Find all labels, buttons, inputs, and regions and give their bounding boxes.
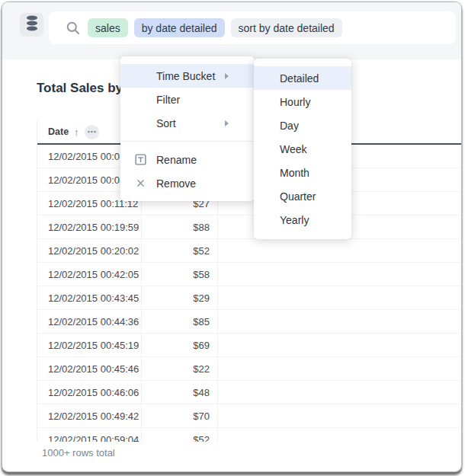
menu-item[interactable]: Time Bucket — [120, 64, 255, 88]
cell-amount: $52 — [142, 428, 218, 442]
search-token-label: sales — [95, 22, 120, 34]
column-header-date-label: Date — [48, 126, 69, 137]
submenu-item-label: Day — [280, 120, 299, 132]
rename-icon — [135, 154, 146, 165]
cell-date: 12/02/2015 00:19:59 — [37, 216, 142, 238]
search-token[interactable]: sales — [88, 18, 128, 37]
cell-amount: $70 — [142, 404, 218, 427]
cell-date: 12/02/2015 00:59:04 — [37, 428, 142, 442]
cell-empty — [218, 428, 461, 442]
page-title: Total Sales by — [37, 81, 123, 96]
cell-amount: $52 — [142, 239, 218, 262]
cell-date: 12/02/2015 00:42:05 — [37, 263, 142, 286]
cell-amount: $69 — [142, 334, 218, 356]
menu-item-label: Time Bucket — [156, 70, 215, 82]
cell-empty — [218, 263, 461, 286]
submenu-item-label: Detailed — [280, 72, 319, 85]
cell-date: 12/02/2015 00:45:19 — [37, 334, 142, 356]
submenu-item[interactable]: Day — [254, 113, 351, 137]
cell-date: 12/02/2015 00:45:46 — [37, 357, 142, 380]
cell-empty — [218, 404, 461, 427]
menu-item-icon — [134, 94, 146, 106]
menu-item-label: Rename — [156, 154, 197, 166]
submenu-item[interactable]: Detailed — [254, 66, 351, 90]
cell-amount: $85 — [142, 310, 218, 333]
ellipsis-icon — [88, 130, 96, 133]
top-bar: sales by date detailed sort by date deta… — [2, 2, 461, 59]
menu-divider — [120, 141, 255, 142]
table-row[interactable]: 12/02/2015 00:20:02 $52 — [37, 239, 461, 263]
cell-amount: $58 — [142, 263, 218, 286]
search-token[interactable]: sort by date detailed — [231, 18, 342, 37]
cell-empty — [218, 381, 461, 404]
table-row[interactable]: 12/02/2015 00:45:19 $69 — [37, 334, 461, 357]
row-count-label: 1000+ rows total — [42, 447, 115, 458]
database-icon — [25, 15, 39, 34]
search-input[interactable]: sales by date detailed sort by date deta… — [49, 11, 456, 44]
chevron-right-icon — [225, 73, 229, 79]
cell-date: 12/02/2015 00:43:45 — [37, 286, 142, 309]
menu-item[interactable]: Rename — [120, 148, 255, 171]
table-row[interactable]: 12/02/2015 00:59:04 $52 — [37, 428, 461, 442]
search-token-label: sort by date detailed — [239, 22, 335, 34]
menu-item-label: Filter — [156, 94, 180, 106]
column-context-menu: Time Bucket Filter Sort — [120, 56, 255, 201]
column-options-button[interactable] — [85, 125, 99, 139]
menu-item-label: Sort — [156, 117, 176, 129]
time-bucket-submenu: Detailed Hourly Day Week Month Quarter Y… — [254, 59, 351, 239]
cell-amount: $48 — [142, 381, 218, 404]
table-row[interactable]: 12/02/2015 00:42:05 $58 — [37, 263, 461, 286]
submenu-item-label: Yearly — [280, 214, 309, 226]
sort-ascending-icon: ↑ — [74, 127, 79, 137]
cell-date: 12/02/2015 00:46:06 — [37, 381, 142, 404]
chevron-right-icon — [225, 120, 229, 126]
table-row[interactable]: 12/02/2015 00:45:46 $22 — [37, 357, 461, 381]
cell-date: 12/02/2015 00:20:02 — [37, 239, 142, 262]
submenu-item[interactable]: Week — [254, 137, 351, 161]
cell-empty — [218, 357, 461, 380]
menu-item-icon — [134, 70, 146, 82]
submenu-item-label: Month — [280, 167, 309, 179]
menu-item[interactable]: Sort — [120, 111, 255, 135]
database-button[interactable] — [20, 13, 43, 37]
cell-date: 12/02/2015 00:49:42 — [37, 404, 142, 427]
cell-amount: $29 — [142, 286, 218, 309]
table-row[interactable]: 12/02/2015 00:46:06 $48 — [37, 381, 461, 404]
submenu-item[interactable]: Quarter — [254, 184, 351, 208]
search-token[interactable]: by date detailed — [134, 18, 225, 37]
submenu-item[interactable]: Yearly — [254, 208, 351, 232]
submenu-item-label: Week — [280, 143, 307, 155]
cell-empty — [218, 286, 461, 309]
submenu-item-label: Hourly — [280, 96, 310, 108]
menu-item-icon — [134, 154, 146, 166]
table-row[interactable]: 12/02/2015 00:49:42 $70 — [37, 404, 461, 428]
menu-item[interactable]: Remove — [120, 171, 255, 195]
cell-empty — [218, 334, 461, 356]
app-window: sales by date detailed sort by date deta… — [2, 2, 462, 472]
cell-empty — [218, 239, 461, 262]
submenu-item[interactable]: Hourly — [254, 90, 351, 113]
search-icon — [66, 21, 81, 36]
search-token-label: by date detailed — [142, 22, 217, 34]
remove-icon — [136, 178, 146, 188]
table-row[interactable]: 12/02/2015 00:43:45 $29 — [37, 286, 461, 310]
menu-item-icon — [134, 177, 146, 190]
menu-item[interactable]: Filter — [120, 88, 255, 111]
submenu-item[interactable]: Month — [254, 161, 351, 184]
screenshot-stage: sales by date detailed sort by date deta… — [0, 0, 465, 476]
cell-amount: $22 — [142, 357, 218, 380]
cell-date: 12/02/2015 00:44:36 — [37, 310, 142, 333]
menu-section-top: Time Bucket Filter Sort — [120, 64, 255, 135]
submenu-item-label: Quarter — [280, 190, 316, 203]
menu-item-icon — [134, 117, 146, 129]
table-row[interactable]: 12/02/2015 00:19:59 $88 — [37, 216, 461, 239]
menu-section-bottom: Rename Remove — [120, 148, 255, 195]
cell-amount: $88 — [142, 216, 218, 238]
table-row[interactable]: 12/02/2015 00:44:36 $85 — [37, 310, 461, 334]
cell-empty — [218, 310, 461, 333]
menu-item-label: Remove — [156, 177, 196, 190]
search-tokens: sales by date detailed sort by date deta… — [88, 18, 342, 37]
